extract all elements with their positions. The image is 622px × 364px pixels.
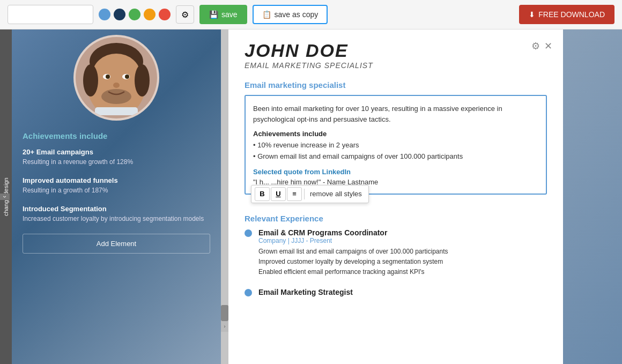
resume-job-title: EMAIL MARKETING SPECIALIST [245,61,547,70]
exp-bullet-1-0: Grown email list and email campaigns of … [258,247,448,257]
add-element-button[interactable]: Add Element [23,234,210,254]
achievement-item-1: 20+ Email campaigns Resulting in a reven… [23,148,210,167]
svg-point-6 [125,75,129,79]
bullet-2[interactable]: Grown email list and email campaigns of … [253,151,538,162]
svg-rect-9 [95,107,138,115]
exp-content-1: Email & CRM Programs Coordinator Company… [258,228,448,278]
color-dot-green[interactable] [129,9,140,20]
achievements-bullets: 10% revenue increase in 2 years Grown em… [253,140,538,162]
download-button[interactable]: ⬇ FREE DOWNLOAD [519,5,614,24]
main-area: change design › [0,29,622,364]
outer-right-panel [563,29,622,364]
experience-section: Relevant Experience Email & CRM Programs… [245,214,547,297]
change-design-arrow-icon: › [0,194,10,200]
download-label: FREE DOWNLOAD [538,10,605,19]
dot-1 [245,229,252,237]
content-box[interactable]: Been into email marketing for over 10 ye… [245,95,547,195]
achievement-desc-3: Increased customer loyalty by introducin… [23,214,210,224]
save-icon: 💾 [209,10,218,19]
achievement-title-1: 20+ Email campaigns [23,148,210,156]
save-button[interactable]: 💾 save [199,5,247,24]
gear-icon: ⚙ [181,10,189,20]
scroll-handle[interactable] [221,305,228,321]
color-palette [99,9,171,20]
selected-quote-label[interactable]: Selected quote from LinkedIn [253,168,538,176]
format-toolbar: B U ≡ remove all styles [251,185,369,203]
exp-content-2: Email Marketing Strategist [258,288,353,296]
section-close-button[interactable]: ✕ [544,40,552,52]
exp-bullet-1-1: Improved customer loyalty by developing … [258,257,448,267]
scroll-arrow-icon[interactable]: › [221,321,228,332]
avatar-svg [79,40,154,115]
copy-icon: 📋 [262,10,271,19]
exp-bullet-1-2: Enabled efficient email performance trac… [258,267,448,277]
bold-icon: B [260,190,264,198]
toolbar: performance-based ⚙ 💾 save 📋 save as cop… [0,0,622,29]
underline-button[interactable]: U [271,187,286,201]
color-dot-blue-light[interactable] [99,9,110,20]
underline-icon: U [276,190,280,198]
svg-point-10 [83,64,98,96]
svg-point-7 [113,83,120,88]
achievement-title-2: Improved automated funnels [23,176,210,184]
save-copy-button[interactable]: 📋 save as copy [253,5,328,24]
timeline-dot-1 [245,228,252,278]
exp-company-1: Company | JJJJ - Present [258,237,448,244]
exp-bullets-1: Grown email list and email campaigns of … [258,247,448,278]
svg-point-11 [135,64,150,96]
settings-button[interactable]: ⚙ [176,5,194,24]
color-dot-orange[interactable] [144,9,156,20]
exp-item-1: Email & CRM Programs Coordinator Company… [245,228,547,278]
timeline-dot-2 [245,288,252,296]
achievement-title-3: Introduced Segmentation [23,205,210,213]
save-copy-label: save as copy [275,10,319,19]
resume-name: JOHN DOE [245,40,547,61]
toolbar-separator [304,189,305,199]
remove-styles-button[interactable]: remove all styles [307,189,365,199]
avatar-area [12,29,221,121]
bold-button[interactable]: B [255,187,270,201]
experience-section-heading: Relevant Experience [245,214,547,223]
resume-left-panel: Achievements include 20+ Email campaigns… [12,29,221,364]
achievement-desc-2: Resulting in a growth of 187% [23,186,210,195]
svg-point-8 [101,89,131,104]
achievement-desc-1: Resulting in a revenue growth of 128% [23,158,210,167]
color-dot-red[interactable] [159,9,171,20]
achievements-include-heading[interactable]: Achievements include [253,130,538,138]
settings-icon: ⚙ [531,41,540,51]
theme-input[interactable]: performance-based [8,5,93,24]
section-settings-button[interactable]: ⚙ [531,40,540,52]
achievement-item-2: Improved automated funnels Resulting in … [23,176,210,195]
save-label: save [221,10,238,19]
left-content: Achievements include 20+ Email campaigns… [12,126,221,264]
scroll-bar[interactable]: › [221,29,228,364]
achievement-item-3: Introduced Segmentation Increased custom… [23,205,210,224]
resume-right-panel: JOHN DOE EMAIL MARKETING SPECIALIST ⚙ ✕ … [228,29,563,364]
color-dot-blue-dark[interactable] [114,9,125,20]
section1-heading: Email marketing specialist [245,80,547,90]
dot-2 [245,289,252,296]
bullet-1[interactable]: 10% revenue increase in 2 years [253,140,538,151]
list-button[interactable]: ≡ [287,187,302,201]
svg-point-5 [106,75,110,79]
exp-title-2: Email Marketing Strategist [258,288,353,296]
section-controls: ⚙ ✕ [531,40,552,52]
close-icon: ✕ [544,41,552,51]
achievements-title: Achievements include [23,131,210,140]
avatar [73,35,159,121]
change-design-tab[interactable]: change design › [0,29,12,364]
exp-item-2: Email Marketing Strategist [245,288,547,296]
list-icon: ≡ [292,190,297,198]
section1-body[interactable]: Been into email marketing for over 10 ye… [253,103,538,124]
exp-title-1: Email & CRM Programs Coordinator [258,228,448,237]
download-icon: ⬇ [529,10,535,19]
